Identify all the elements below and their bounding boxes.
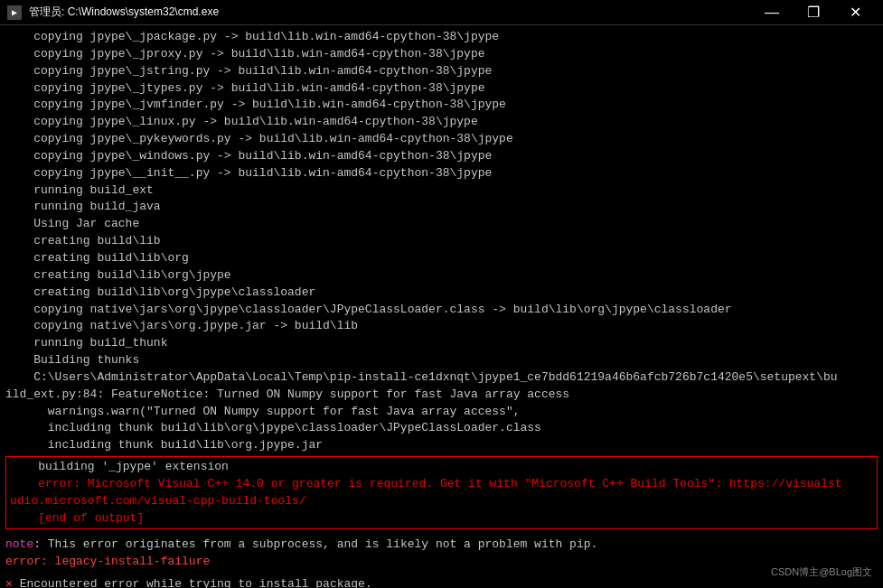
cmd-icon: ▶ [7,5,22,20]
copy-line-8: copying jpype\_windows.py -> build\lib.w… [5,148,878,165]
encounter-section: ✕ Encountered error while trying to inst… [5,576,878,588]
build-ext-line: running build_ext [5,182,878,200]
build-thunk-line: running build_thunk [5,335,878,352]
including-thunk-line1: including thunk build\lib\org\jpype\clas… [5,420,878,437]
copy-jar-line: copying native\jars\org.jpype.jar -> bui… [5,318,878,335]
watermark: CSDN博主@BLog图文 [771,565,872,579]
create-classloader-line: creating build\lib\org\jpype\classloader [5,285,878,302]
end-of-output-line: [end of output] [10,510,873,527]
error-url-line: udio.microsoft.com/visual-cpp-build-tool… [10,493,873,510]
end-of-output-text: [end of output] [38,511,144,525]
building-thunks-line: Building thunks [5,352,878,369]
copy-line-9: copying jpype\__init__.py -> build\lib.w… [5,165,878,182]
copying-lines: copying jpype\_jpackage.py -> build\lib.… [5,29,878,182]
build-java-line: running build_java [5,199,878,216]
note-section: note: This error originates from a subpr… [5,537,878,571]
create-lib-org-jpype: creating build\lib\org\jpype [5,267,878,285]
copy-line-4: copying jpype\_jtypes.py -> build\lib.wi… [5,80,878,98]
copy-line-6: copying jpype\_linux.py -> build\lib.win… [5,114,878,131]
note-line: note: This error originates from a subpr… [5,537,878,554]
build-lines: running build_ext running build_java Usi… [5,182,878,455]
error-legacy-line: error: legacy-install-failure [5,554,878,571]
jar-cache-line: Using Jar cache [5,216,878,233]
note-label: note [5,537,33,551]
copy-line-5: copying jpype\_jvmfinder.py -> build\lib… [5,97,878,114]
window-title: 管理员: C:\Windows\system32\cmd.exe [29,5,219,20]
building-extension-line: building '_jpype' extension [10,459,873,476]
error-label: error [5,555,41,568]
title-bar: ▶ 管理员: C:\Windows\system32\cmd.exe — ❐ ✕ [0,0,883,25]
warnings-line: warnings.warn("Turned ON Numpy support f… [5,404,878,421]
create-lib-org-line: creating build\lib\org [5,250,878,267]
copy-classloader-line: copying native\jars\org\jpype\classloade… [5,302,878,319]
error-msvc-line: error: Microsoft Visual C++ 14.0 or grea… [10,476,873,493]
x-icon: ✕ [5,577,13,588]
copy-line-2: copying jpype\_jproxy.py -> build\lib.wi… [5,46,878,63]
title-bar-left: ▶ 管理员: C:\Windows\system32\cmd.exe [7,5,219,20]
including-thunk-line2: including thunk build\lib\org.jpype.jar [5,437,878,454]
error-block: building '_jpype' extension error: Micro… [5,456,878,529]
window-controls: — ❐ ✕ [751,0,876,25]
minimize-button[interactable]: — [751,0,793,25]
restore-button[interactable]: ❐ [793,0,834,25]
copy-line-7: copying jpype\_pykeywords.py -> build\li… [5,131,878,148]
ild-ext-line: ild_ext.py:84: FeatureNotice: Turned ON … [5,387,878,404]
encountered-error-line: ✕ Encountered error while trying to inst… [5,576,878,588]
setup-path-line: C:\Users\Administrator\AppData\Local\Tem… [5,369,878,387]
cmd-icon-char: ▶ [12,7,17,18]
terminal-output: copying jpype\_jpackage.py -> build\lib.… [0,25,883,588]
copy-line-3: copying jpype\_jstring.py -> build\lib.w… [5,63,878,80]
create-lib-line: creating build\lib [5,233,878,250]
close-button[interactable]: ✕ [834,0,876,25]
copy-line-1: copying jpype\_jpackage.py -> build\lib.… [5,29,878,46]
